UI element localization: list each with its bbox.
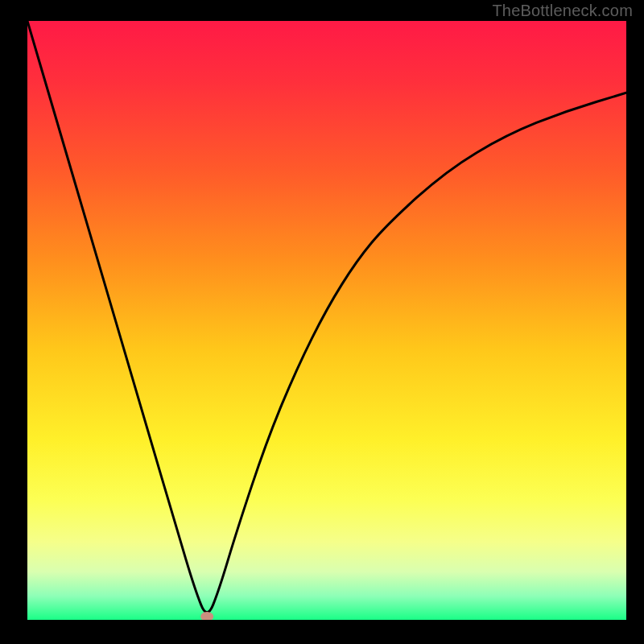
gradient-background bbox=[27, 21, 626, 620]
chart-frame: TheBottleneck.com bbox=[0, 0, 644, 644]
bottleneck-curve-chart bbox=[27, 21, 626, 620]
watermark-text: TheBottleneck.com bbox=[492, 2, 633, 20]
plot-area bbox=[27, 21, 626, 620]
